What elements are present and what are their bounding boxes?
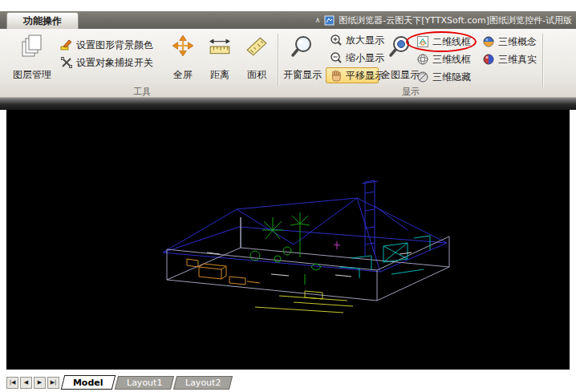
ribbon-bottom-strip	[0, 98, 576, 110]
hidden-3d-button[interactable]: 三维隐藏	[412, 69, 475, 85]
fit-all-magnifier-icon	[388, 34, 412, 59]
zoom-column: 放大显示 缩小显示	[326, 32, 379, 83]
set-background-color-label: 设置图形背景颜色	[76, 38, 153, 52]
layout-tabbar: |◀ ◀ ▶ ▶| Model Layout1 Layout2	[0, 370, 576, 392]
zoom-in-icon	[330, 34, 343, 46]
previous-tab-button[interactable]: ◀	[20, 377, 32, 389]
set-background-color-button[interactable]: 设置图形背景颜色	[56, 37, 165, 53]
area-label: 面积	[247, 68, 266, 82]
wireframe-3d-label: 三维线框	[432, 53, 471, 67]
layer-manager-button[interactable]: 图层管理	[10, 32, 55, 83]
wireframe-3d-button[interactable]: 三维线框	[412, 51, 475, 67]
tab-layout2[interactable]: Layout2	[173, 376, 233, 390]
distance-label: 距离	[210, 68, 229, 82]
last-tab-button[interactable]: ▶|	[47, 377, 59, 389]
window-zoom-magnifier-icon	[290, 34, 314, 59]
ribbon-collapse-icon[interactable]: ∧	[315, 16, 321, 24]
snap-toggle-icon	[60, 56, 73, 69]
area-button[interactable]: 面积	[239, 32, 274, 83]
pan-button[interactable]: 平移显示	[326, 67, 379, 83]
titlebar: 功能操作 ∧ 图纸浏览器-云图天下[YTTXSoft.com]图纸浏览控件-试用…	[0, 11, 576, 29]
window-zoom-button[interactable]: 开窗显示	[282, 32, 322, 83]
pan-hand-icon	[330, 69, 343, 82]
set-object-snap-label: 设置对象捕捉开关	[76, 56, 153, 70]
tab-function-operations[interactable]: 功能操作	[6, 12, 79, 29]
tab-label: 功能操作	[23, 14, 62, 28]
cad-wireframe-house-drawing	[6, 110, 570, 370]
wireframe-2d-button[interactable]: 二维线框	[412, 34, 475, 50]
conceptual-3d-sphere-icon	[482, 35, 495, 48]
app-icon	[324, 15, 335, 26]
set-object-snap-button[interactable]: 设置对象捕捉开关	[56, 55, 165, 71]
conceptual-3d-button[interactable]: 三维概念	[478, 34, 537, 50]
conceptual-3d-label: 三维概念	[498, 35, 537, 49]
tab-model-label: Model	[73, 378, 103, 388]
tab-layout2-label: Layout2	[185, 378, 221, 388]
window-title: 图纸浏览器-云图天下[YTTXSoft.com]图纸浏览控件-试用版	[339, 14, 572, 26]
ribbon: 图层管理 设置图形背景颜色	[0, 29, 576, 98]
fullscreen-label: 全屏	[173, 68, 193, 82]
wireframe-2d-label: 二维线框	[432, 35, 471, 49]
realistic-3d-label: 三维真实	[498, 53, 537, 67]
group-separator	[542, 34, 543, 87]
distance-button[interactable]: 距离	[202, 32, 237, 83]
tools-group-label: 工具	[10, 86, 274, 97]
zoom-in-button[interactable]: 放大显示	[326, 32, 379, 48]
group-separator	[278, 34, 278, 87]
zoom-out-button[interactable]: 缩小显示	[326, 50, 379, 66]
background-color-icon	[60, 38, 73, 51]
hidden-3d-label: 三维隐藏	[432, 71, 471, 84]
zoom-out-icon	[330, 51, 343, 64]
realistic-3d-button[interactable]: 三维真实	[478, 51, 537, 67]
hidden-3d-icon	[416, 71, 429, 83]
area-ruler-icon	[245, 34, 268, 57]
pan-label: 平移显示	[346, 69, 384, 83]
settings-column: 设置图形背景颜色 设置对象捕捉开关	[56, 37, 165, 71]
wireframe-3d-icon	[416, 53, 429, 66]
fullscreen-button[interactable]: 全屏	[167, 32, 199, 83]
tab-nav-buttons: |◀ ◀ ▶ ▶|	[6, 377, 59, 389]
display-group-label: 显示	[282, 86, 539, 97]
window-zoom-label: 开窗显示	[283, 68, 322, 82]
zoom-in-label: 放大显示	[346, 34, 384, 47]
first-tab-button[interactable]: |◀	[6, 377, 18, 389]
wireframe-2d-icon	[416, 35, 429, 48]
layers-icon	[21, 34, 43, 59]
tab-model[interactable]: Model	[61, 375, 116, 390]
layout-tabs: Model Layout1 Layout2	[63, 375, 231, 390]
render-mode-column-1: 二维线框 三维线框	[412, 34, 475, 85]
render-mode-column-2: 三维概念 三维真实	[478, 34, 537, 67]
distance-ruler-icon	[209, 34, 231, 57]
realistic-3d-sphere-icon	[482, 53, 495, 66]
layer-manager-label: 图层管理	[13, 68, 51, 82]
fullscreen-icon	[172, 34, 194, 57]
zoom-out-label: 缩小显示	[346, 51, 384, 65]
drawing-canvas[interactable]	[6, 110, 570, 370]
title-cluster: ∧ 图纸浏览器-云图天下[YTTXSoft.com]图纸浏览控件-试用版	[315, 11, 572, 29]
tab-layout1[interactable]: Layout1	[114, 376, 174, 390]
application-window: 功能操作 ∧ 图纸浏览器-云图天下[YTTXSoft.com]图纸浏览控件-试用…	[0, 0, 576, 392]
tab-layout1-label: Layout1	[127, 378, 162, 388]
next-tab-button[interactable]: ▶	[34, 377, 46, 389]
